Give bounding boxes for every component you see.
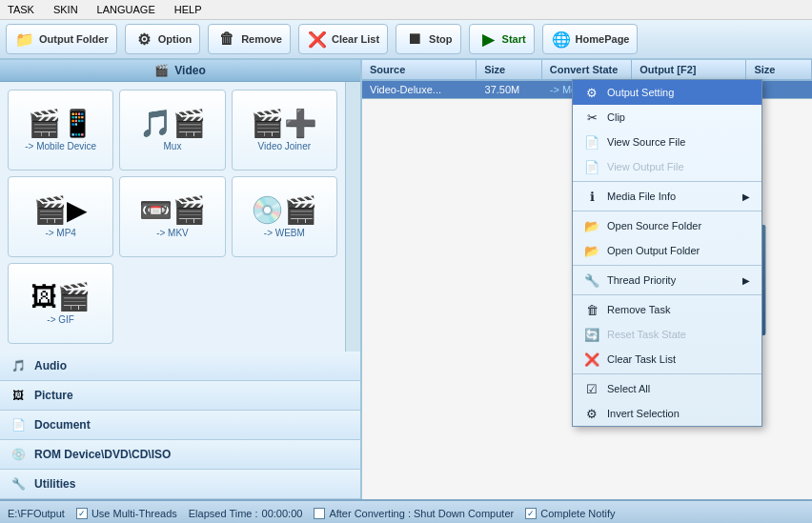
- ctx-media-info-label: Media File Info: [607, 191, 676, 202]
- rom-label: ROM Device\DVD\CD\ISO: [34, 448, 171, 461]
- option-button[interactable]: ⚙ Option: [125, 24, 200, 54]
- video-grid-scrollbar[interactable]: [345, 82, 360, 352]
- joiner-label: Video Joiner: [258, 141, 311, 151]
- mux-icon: 🎵🎬: [139, 111, 206, 137]
- option-label: Option: [158, 33, 192, 45]
- ctx-select-all[interactable]: ☑ Select All: [573, 376, 761, 401]
- open-output-icon: 📂: [584, 243, 599, 258]
- mp4-icon: 🎬▶: [33, 197, 88, 224]
- output-folder-label: Output Folder: [39, 33, 109, 45]
- category-rom[interactable]: 💿 ROM Device\DVD\CD\ISO: [0, 440, 360, 470]
- ctx-sep-3: [573, 265, 761, 266]
- video-item-mkv[interactable]: 📼🎬 -> MKV: [119, 176, 225, 257]
- clear-task-icon: ❌: [584, 352, 599, 367]
- menubar: TASK SKIN LANGUAGE HELP: [0, 0, 812, 20]
- video-grid: 🎬📱 -> Mobile Device 🎵🎬 Mux 🎬➕ Video Join…: [0, 82, 345, 352]
- ctx-remove-task[interactable]: 🗑 Remove Task: [573, 297, 761, 322]
- after-converting-checkbox[interactable]: [314, 508, 325, 519]
- remove-task-icon: 🗑: [584, 302, 599, 317]
- ctx-thread-priority-label: Thread Priority: [607, 274, 676, 286]
- clear-list-label: Clear List: [332, 33, 379, 45]
- complete-notify-item[interactable]: ✓ Complete Notify: [525, 508, 615, 519]
- category-document[interactable]: 📄 Document: [0, 411, 360, 440]
- video-item-mobile-device[interactable]: 🎬📱 -> Mobile Device: [8, 90, 113, 171]
- category-list: 🎵 Audio 🖼 Picture 📄 Document 💿 ROM Devic…: [0, 352, 360, 499]
- ctx-media-info[interactable]: ℹ Media File Info ▶: [573, 184, 761, 209]
- left-panel: 🎬 Video 🎬📱 -> Mobile Device 🎵🎬 Mux 🎬➕: [0, 60, 362, 499]
- ctx-output-setting[interactable]: ⚙ Output Setting: [573, 80, 761, 105]
- homepage-button[interactable]: 🌐 HomePage: [542, 24, 639, 54]
- invert-selection-icon: ⚙: [584, 406, 599, 421]
- category-utilities[interactable]: 🔧 Utilities: [0, 470, 360, 499]
- mkv-label: -> MKV: [156, 228, 189, 238]
- output-folder-button[interactable]: 📁 Output Folder: [6, 24, 117, 54]
- audio-label: Audio: [34, 359, 67, 372]
- category-picture[interactable]: 🖼 Picture: [0, 381, 360, 411]
- context-menu: ⚙ Output Setting ✂ Clip 📄 View Source Fi…: [572, 79, 762, 427]
- menu-skin[interactable]: SKIN: [50, 2, 82, 17]
- video-item-webm[interactable]: 💿🎬 -> WEBM: [232, 176, 337, 257]
- ctx-invert-selection[interactable]: ⚙ Invert Selection: [573, 401, 761, 426]
- ctx-clear-task-list[interactable]: ❌ Clear Task List: [573, 347, 761, 372]
- td-source: Video-Deluxe...: [362, 81, 477, 98]
- picture-label: Picture: [34, 389, 73, 402]
- toolbar: 📁 Output Folder ⚙ Option 🗑 Remove ❌ Clea…: [0, 20, 812, 60]
- category-audio[interactable]: 🎵 Audio: [0, 352, 360, 381]
- document-icon: 📄: [10, 416, 27, 433]
- ctx-sep-1: [573, 181, 761, 182]
- elapsed-time-item: Elapsed Time : 00:00:00: [189, 508, 303, 519]
- ctx-view-source-file[interactable]: 📄 View Source File: [573, 130, 761, 154]
- multi-threads-item[interactable]: ✓ Use Multi-Threads: [76, 508, 177, 519]
- th-output-size: Size: [746, 60, 812, 79]
- start-icon: ▶: [477, 29, 498, 50]
- ctx-reset-task-state: 🔄 Reset Task State: [573, 322, 761, 347]
- after-converting-item[interactable]: After Converting : Shut Down Computer: [314, 508, 514, 519]
- ctx-reset-task-label: Reset Task State: [607, 329, 686, 340]
- ctx-sep-2: [573, 211, 761, 211]
- td-size: 37.50M: [477, 81, 542, 98]
- menu-language[interactable]: LANGUAGE: [93, 2, 159, 17]
- homepage-label: HomePage: [576, 33, 630, 45]
- multi-threads-checkbox[interactable]: ✓: [76, 508, 88, 519]
- statusbar: E:\FFOutput ✓ Use Multi-Threads Elapsed …: [0, 499, 812, 523]
- video-item-mp4[interactable]: 🎬▶ -> MP4: [8, 176, 113, 257]
- open-source-icon: 📂: [584, 218, 599, 233]
- joiner-icon: 🎬➕: [251, 111, 317, 137]
- gif-label: -> GIF: [47, 314, 74, 325]
- ctx-view-source-label: View Source File: [607, 136, 685, 148]
- start-button[interactable]: ▶ Start: [469, 24, 535, 54]
- elapsed-value: 00:00:00: [262, 508, 303, 519]
- after-converting-label: After Converting : Shut Down Computer: [329, 508, 514, 519]
- media-info-icon: ℹ: [584, 189, 599, 204]
- picture-icon: 🖼: [10, 387, 27, 404]
- reset-task-icon: 🔄: [584, 327, 599, 342]
- complete-notify-label: Complete Notify: [540, 508, 615, 519]
- clear-list-button[interactable]: ❌ Clear List: [298, 24, 388, 54]
- video-item-mux[interactable]: 🎵🎬 Mux: [119, 90, 225, 171]
- ctx-open-output-label: Open Output Folder: [607, 245, 700, 256]
- remove-button[interactable]: 🗑 Remove: [208, 24, 291, 54]
- ctx-invert-selection-label: Invert Selection: [607, 408, 680, 419]
- output-path: E:\FFOutput: [8, 508, 65, 519]
- mp4-label: -> MP4: [45, 228, 76, 238]
- webm-icon: 💿🎬: [251, 197, 317, 224]
- video-item-gif[interactable]: 🖼🎬 -> GIF: [8, 263, 113, 344]
- stop-button[interactable]: ⏹ Stop: [396, 24, 460, 54]
- menu-task[interactable]: TASK: [4, 2, 38, 17]
- clip-icon: ✂: [584, 110, 599, 125]
- ctx-select-all-label: Select All: [607, 383, 650, 394]
- multi-threads-label: Use Multi-Threads: [91, 508, 177, 519]
- menu-help[interactable]: HELP: [171, 2, 206, 17]
- ctx-open-output-folder[interactable]: 📂 Open Output Folder: [573, 238, 761, 263]
- start-label: Start: [502, 33, 526, 45]
- homepage-icon: 🌐: [551, 29, 572, 50]
- webm-label: -> WEBM: [264, 228, 305, 238]
- ctx-thread-priority[interactable]: 🔧 Thread Priority ▶: [573, 268, 761, 292]
- th-convert-state: Convert State: [542, 60, 632, 79]
- select-all-icon: ☑: [584, 381, 599, 396]
- video-item-joiner[interactable]: 🎬➕ Video Joiner: [232, 90, 337, 171]
- ctx-open-source-folder[interactable]: 📂 Open Source Folder: [573, 213, 761, 238]
- ctx-clip[interactable]: ✂ Clip: [573, 105, 761, 130]
- complete-notify-checkbox[interactable]: ✓: [525, 508, 537, 519]
- video-header-icon: 🎬: [154, 64, 169, 77]
